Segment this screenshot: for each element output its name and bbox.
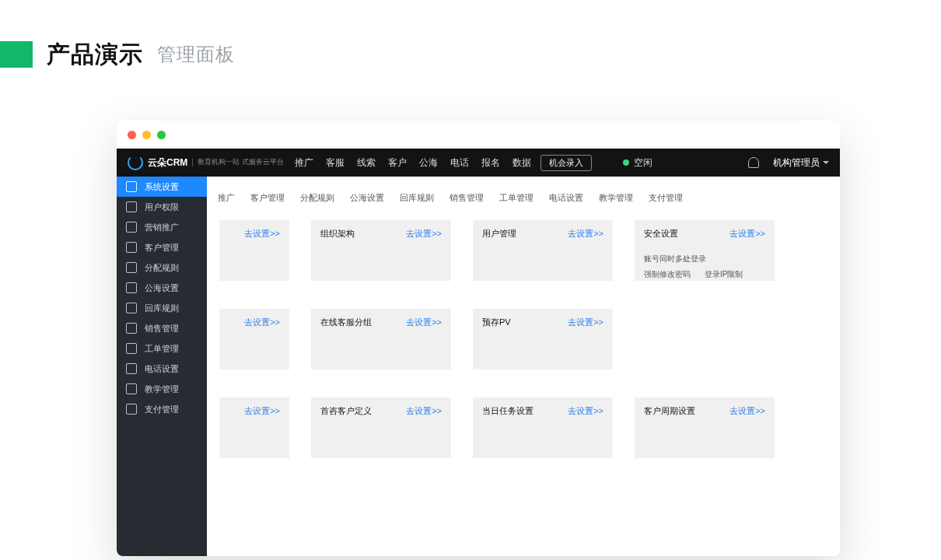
- tab-8[interactable]: 教学管理: [591, 189, 641, 207]
- go-setting-link[interactable]: 去设置>>: [729, 228, 765, 240]
- admin-menu[interactable]: 机构管理员: [773, 156, 829, 170]
- chevron-down-icon: [823, 161, 829, 164]
- nav-item-5[interactable]: 电话: [450, 156, 469, 170]
- go-setting-link[interactable]: 去设置>>: [568, 405, 603, 417]
- card-title: 首咨客户定义: [320, 406, 372, 415]
- card-icon: [126, 404, 137, 415]
- card-0-0: 去设置>>: [219, 220, 289, 281]
- topbar-right: 机构管理员: [748, 156, 829, 170]
- card-1-2: 预存PV去设置>>: [473, 309, 613, 369]
- logo-icon: [128, 155, 143, 170]
- card-title: 当日任务设置: [482, 406, 533, 415]
- sidebar-item-0[interactable]: 系统设置: [117, 177, 207, 197]
- card-0-1: 组织架构去设置>>: [311, 220, 451, 281]
- sidebar-item-8[interactable]: 工单管理: [117, 338, 207, 359]
- status-indicator: 空闲: [623, 156, 652, 170]
- tab-7[interactable]: 电话设置: [541, 189, 591, 207]
- nav-item-0[interactable]: 推广: [295, 156, 313, 170]
- card-title: 客户周期设置: [644, 406, 695, 415]
- sidebar-item-3[interactable]: 客户管理: [117, 237, 207, 257]
- tab-6[interactable]: 工单管理: [491, 189, 541, 207]
- card-row-2: 去设置>>首咨客户定义去设置>>当日任务设置去设置>>客户周期设置去设置>>: [219, 397, 827, 458]
- sidebar-item-5[interactable]: 公海设置: [117, 278, 207, 298]
- page-header: 产品演示 管理面板: [0, 39, 235, 70]
- tab-9[interactable]: 支付管理: [641, 189, 691, 207]
- sidebar-item-1[interactable]: 用户权限: [117, 197, 207, 217]
- maximize-icon[interactable]: [157, 131, 166, 139]
- page-subtitle: 管理面板: [157, 42, 235, 67]
- tab-2[interactable]: 分配规则: [292, 189, 342, 207]
- sidebar: 系统设置用户权限营销推广客户管理分配规则公海设置回库规则销售管理工单管理电话设置…: [117, 177, 207, 556]
- bell-icon[interactable]: [748, 157, 759, 168]
- go-setting-link[interactable]: 去设置>>: [568, 317, 603, 328]
- tab-3[interactable]: 公海设置: [342, 189, 392, 207]
- page-title: 产品演示: [47, 39, 143, 71]
- admin-label-text: 机构管理员: [773, 156, 820, 170]
- sidebar-item-label: 销售管理: [145, 323, 179, 334]
- sidebar-item-label: 支付管理: [145, 404, 179, 415]
- card-subs: 账号同时多处登录强制修改密码登录IP限制: [644, 254, 765, 280]
- sidebar-item-label: 工单管理: [145, 343, 179, 355]
- sidebar-item-7[interactable]: 销售管理: [117, 318, 207, 338]
- go-setting-link[interactable]: 去设置>>: [406, 228, 442, 240]
- shield-icon: [126, 201, 137, 212]
- person-icon: [126, 323, 137, 334]
- card-title: 预存PV: [482, 317, 511, 327]
- go-setting-link[interactable]: 去设置>>: [729, 405, 765, 417]
- accent-bar: [0, 41, 33, 68]
- card-row-0: 去设置>>组织架构去设置>>用户管理去设置>>安全设置去设置>>账号同时多处登录…: [219, 220, 827, 281]
- sub-tabs: 推广客户管理分配规则公海设置回库规则销售管理工单管理电话设置教学管理支付管理: [207, 184, 840, 211]
- go-setting-link[interactable]: 去设置>>: [244, 405, 280, 417]
- nav-item-3[interactable]: 客户: [388, 156, 407, 170]
- close-icon[interactable]: [128, 131, 136, 139]
- card-sub-0: 账号同时多处登录: [644, 254, 706, 264]
- sidebar-item-label: 教学管理: [145, 383, 179, 395]
- sidebar-item-6[interactable]: 回库规则: [117, 298, 207, 318]
- nav-item-2[interactable]: 线索: [357, 156, 376, 170]
- sidebar-item-10[interactable]: 教学管理: [117, 379, 207, 399]
- record-button[interactable]: 机会录入: [540, 155, 592, 171]
- card-0-3: 安全设置去设置>>账号同时多处登录强制修改密码登录IP限制: [635, 220, 775, 281]
- nav-item-1[interactable]: 客服: [326, 156, 345, 170]
- sidebar-item-label: 客户管理: [145, 242, 179, 254]
- topbar: 云朵CRM 教育机构一站 式服务云平台 推广客服线索客户公海电话报名数据 机会录…: [117, 149, 840, 177]
- sidebar-item-label: 分配规则: [145, 262, 179, 274]
- sidebar-item-4[interactable]: 分配规则: [117, 257, 207, 278]
- titlebar-dots: [117, 121, 840, 149]
- card-row-1: 去设置>>在线客服分组去设置>>预存PV去设置>>: [219, 309, 827, 369]
- phone-icon: [126, 363, 137, 374]
- go-setting-link[interactable]: 去设置>>: [568, 228, 603, 240]
- sidebar-item-11[interactable]: 支付管理: [117, 399, 207, 419]
- go-setting-link[interactable]: 去设置>>: [406, 317, 442, 328]
- go-setting-link[interactable]: 去设置>>: [406, 405, 442, 417]
- sidebar-item-2[interactable]: 营销推广: [117, 217, 207, 237]
- card-title: 组织架构: [320, 229, 355, 238]
- card-title: 安全设置: [644, 229, 678, 238]
- tab-1[interactable]: 客户管理: [243, 189, 292, 207]
- card-grid: 去设置>>组织架构去设置>>用户管理去设置>>安全设置去设置>>账号同时多处登录…: [207, 211, 840, 458]
- sidebar-item-9[interactable]: 电话设置: [117, 359, 207, 379]
- tab-5[interactable]: 销售管理: [442, 189, 491, 207]
- nav-item-4[interactable]: 公海: [419, 156, 438, 170]
- card-2-2: 当日任务设置去设置>>: [473, 397, 613, 458]
- bars-icon: [126, 222, 137, 233]
- status-label: 空闲: [634, 156, 652, 170]
- go-setting-link[interactable]: 去设置>>: [244, 228, 280, 240]
- nav-item-7[interactable]: 数据: [512, 156, 531, 170]
- main-panel: 推广客户管理分配规则公海设置回库规则销售管理工单管理电话设置教学管理支付管理 去…: [207, 177, 840, 556]
- tab-0[interactable]: 推广: [218, 189, 243, 207]
- settings-icon: [126, 181, 137, 192]
- card-title: 用户管理: [482, 229, 516, 238]
- card-2-0: 去设置>>: [219, 397, 289, 458]
- card-sub-1: 强制修改密码: [644, 269, 691, 280]
- tab-4[interactable]: 回库规则: [392, 189, 442, 207]
- go-setting-link[interactable]: 去设置>>: [244, 317, 280, 328]
- triangle-icon: [126, 303, 137, 313]
- rule-icon: [126, 262, 137, 273]
- sidebar-item-label: 电话设置: [145, 363, 179, 375]
- logo-text: 云朵CRM: [148, 156, 187, 170]
- nav-item-6[interactable]: 报名: [481, 156, 500, 170]
- card-2-3: 客户周期设置去设置>>: [635, 397, 775, 458]
- minimize-icon[interactable]: [142, 131, 151, 139]
- logo-subtitle: 教育机构一站 式服务云平台: [192, 159, 284, 166]
